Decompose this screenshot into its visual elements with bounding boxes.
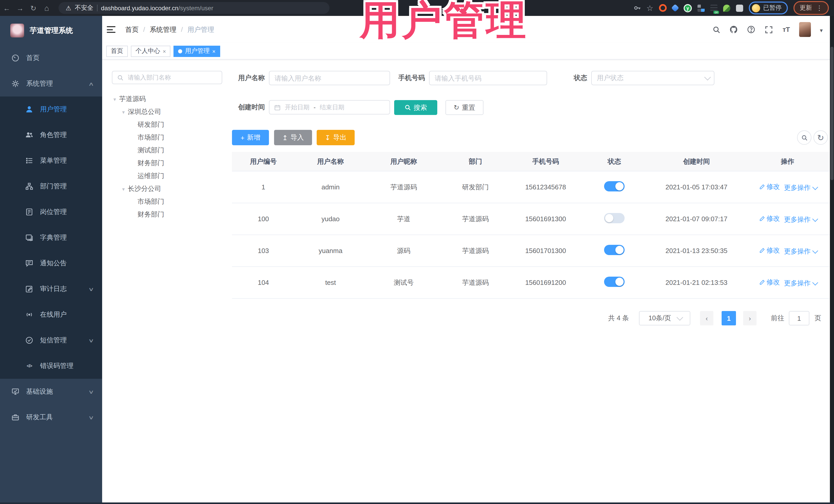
edit-link[interactable]: 修改 — [759, 214, 780, 223]
font-size-icon[interactable]: ᴛT — [782, 25, 791, 34]
next-page-button[interactable]: › — [743, 311, 756, 325]
status-toggle[interactable] — [604, 213, 624, 223]
caret-down-icon[interactable] — [122, 108, 125, 115]
key-icon[interactable] — [633, 4, 641, 12]
browser-reload-icon[interactable] — [27, 4, 40, 12]
end-date-placeholder[interactable]: 结束日期 — [320, 103, 344, 112]
close-icon[interactable]: × — [212, 48, 216, 54]
more-actions-link[interactable]: 更多操作 — [784, 247, 816, 256]
sidebar-item-home[interactable]: 首页 — [0, 45, 102, 71]
edit-link[interactable]: 修改 — [759, 182, 780, 191]
start-date-placeholder[interactable]: 开始日期 — [285, 103, 309, 112]
edit-link[interactable]: 修改 — [759, 246, 780, 255]
tree-node[interactable]: 运维部门 — [108, 169, 226, 182]
page-size-select[interactable]: 10条/页 — [639, 311, 690, 325]
import-button[interactable]: 导入 — [274, 130, 312, 145]
fullscreen-icon[interactable] — [765, 25, 773, 34]
goto-page-input[interactable] — [789, 314, 809, 323]
caret-down-icon[interactable] — [122, 185, 125, 193]
sidebar-item-departments[interactable]: 部门管理 — [0, 174, 102, 199]
help-icon[interactable] — [747, 25, 756, 34]
sidebar-item-system[interactable]: 系统管理 ∧ — [0, 71, 102, 96]
breadcrumb-home[interactable]: 首页 — [125, 25, 138, 34]
header-search-icon[interactable] — [712, 25, 721, 34]
prev-page-button[interactable]: ‹ — [700, 311, 714, 325]
toggle-search-button[interactable] — [797, 130, 811, 145]
user-avatar[interactable] — [799, 22, 811, 37]
collapse-sidebar-icon[interactable] — [107, 26, 115, 33]
sidebar-item-users[interactable]: 用户管理 — [0, 96, 102, 122]
tree-node[interactable]: 研发部门 — [108, 118, 226, 131]
sidebar-item-menus[interactable]: 菜单管理 — [0, 148, 102, 174]
more-actions-link[interactable]: 更多操作 — [784, 279, 816, 288]
browser-back-icon[interactable] — [0, 4, 13, 12]
status-toggle[interactable] — [604, 277, 624, 287]
page-scrollbar[interactable] — [830, 16, 834, 504]
chevron-down-icon: ∨ — [88, 286, 94, 292]
tag-home[interactable]: 首页 — [106, 45, 128, 57]
more-actions-link[interactable]: 更多操作 — [784, 215, 816, 224]
extension-icon[interactable] — [723, 4, 730, 12]
more-actions-link[interactable]: 更多操作 — [784, 183, 816, 192]
sidebar-item-notices[interactable]: 通知公告 — [0, 250, 102, 276]
paused-label: 已暂停 — [763, 4, 782, 12]
address-bar[interactable]: 不安全 dashboard.yudao.iocoder.cn/system/us… — [59, 2, 329, 14]
browser-forward-icon[interactable] — [13, 4, 27, 12]
table-row: 1 admin 芋道源码 研发部门 15612345678 2021-01-05… — [232, 171, 829, 203]
breadcrumb-system[interactable]: 系统管理 — [150, 25, 176, 34]
date-range-picker[interactable]: 开始日期 - 结束日期 — [269, 100, 390, 114]
bookmark-star-icon[interactable] — [646, 3, 653, 13]
caret-down-icon[interactable] — [820, 25, 823, 34]
mobile-input[interactable] — [429, 71, 547, 85]
github-icon[interactable] — [729, 25, 738, 34]
tag-user-management[interactable]: 用户管理 × — [174, 45, 220, 57]
sidebar-item-audit-log[interactable]: 审计日志 ∨ — [0, 276, 102, 302]
col-actions: 操作 — [746, 152, 829, 171]
caret-down-icon[interactable] — [113, 95, 116, 103]
tree-node[interactable]: 市场部门 — [108, 195, 226, 208]
tree-node[interactable]: 芋道源码 — [108, 92, 226, 105]
edit-link[interactable]: 修改 — [759, 278, 780, 287]
sidebar-item-sms[interactable]: 短信管理 ∨ — [0, 327, 102, 353]
tag-profile[interactable]: 个人中心 × — [131, 45, 171, 57]
dept-search-input[interactable] — [127, 73, 217, 82]
sidebar-item-online-users[interactable]: 在线用户 — [0, 302, 102, 327]
sidebar-item-error-codes[interactable]: </> 错误码管理 — [0, 353, 102, 379]
pencil-icon — [759, 183, 765, 190]
username-input[interactable] — [269, 71, 390, 85]
close-icon[interactable]: × — [163, 48, 166, 54]
status-toggle[interactable] — [604, 245, 624, 255]
browser-menu-icon[interactable] — [816, 4, 823, 12]
tree-node[interactable]: 深圳总公司 — [108, 105, 226, 118]
sidebar-item-infrastructure[interactable]: 基础设施 ∨ — [0, 379, 102, 404]
extension-icon[interactable] — [698, 4, 705, 12]
browser-home-icon[interactable] — [40, 4, 53, 12]
status-toggle[interactable] — [604, 181, 624, 192]
tree-node[interactable]: 长沙分公司 — [108, 182, 226, 195]
tree-node[interactable]: 财务部门 — [108, 156, 226, 169]
reset-button[interactable]: 重置 — [445, 100, 483, 115]
extension-icon[interactable] — [710, 4, 718, 12]
status-select[interactable]: 用户状态 — [591, 71, 715, 85]
extension-icon[interactable]: y — [684, 4, 692, 12]
sidebar-item-roles[interactable]: 角色管理 — [0, 122, 102, 148]
scrollbar-thumb[interactable] — [830, 47, 833, 180]
tree-node[interactable]: 市场部门 — [108, 131, 226, 144]
tree-node[interactable]: 财务部门 — [108, 208, 226, 221]
page-number-button[interactable]: 1 — [722, 311, 736, 325]
add-button[interactable]: + 新增 — [232, 130, 269, 145]
export-button[interactable]: 导出 — [317, 130, 355, 145]
tree-node[interactable]: 测试部门 — [108, 144, 226, 156]
profile-paused-chip[interactable]: 已暂停 — [749, 2, 788, 14]
browser-update-button[interactable]: 更新 — [793, 1, 829, 15]
sidebar-item-dict[interactable]: 字典管理 — [0, 225, 102, 250]
extensions-puzzle-icon[interactable] — [736, 4, 743, 12]
extension-icon[interactable] — [671, 4, 679, 12]
extension-icon[interactable] — [659, 4, 667, 12]
search-button[interactable]: 搜索 — [394, 100, 437, 115]
app-logo[interactable]: 芋道管理系统 — [0, 16, 102, 45]
sidebar-item-posts[interactable]: 岗位管理 — [0, 199, 102, 225]
refresh-table-button[interactable] — [813, 130, 828, 145]
col-status: 状态 — [581, 152, 647, 171]
sidebar-item-dev-tools[interactable]: 研发工具 ∨ — [0, 404, 102, 430]
